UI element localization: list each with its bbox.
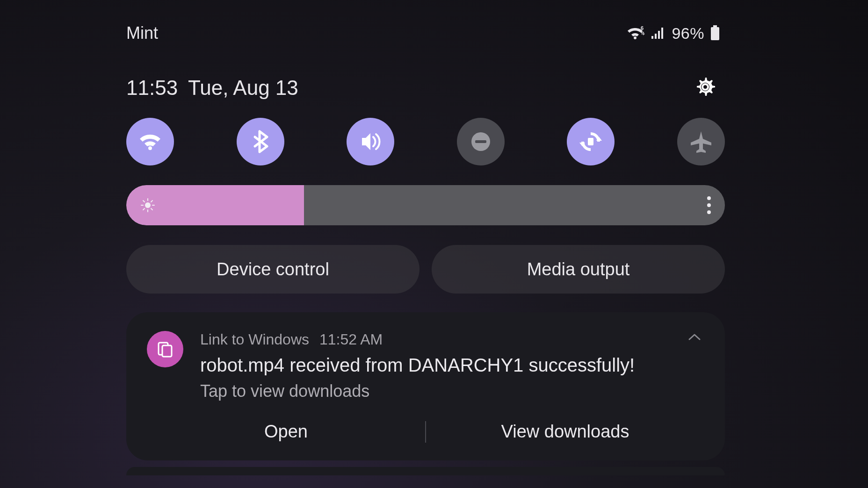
wifi-icon (136, 128, 164, 156)
svg-line-20 (151, 201, 152, 202)
svg-line-18 (151, 208, 152, 210)
media-output-button[interactable]: Media output (432, 245, 725, 294)
gear-icon (694, 76, 716, 98)
wifi-status-icon: 6 (627, 26, 645, 40)
svg-rect-2 (651, 36, 653, 39)
do-not-disturb-icon (467, 128, 495, 156)
signal-status-icon (651, 27, 666, 40)
sun-icon (140, 198, 155, 213)
quick-settings-row (126, 118, 725, 165)
airplane-toggle[interactable] (677, 118, 725, 165)
notification-body: Tap to view downloads (200, 381, 704, 401)
clock-date: Tue, Aug 13 (188, 76, 298, 100)
speaker-icon (356, 128, 384, 156)
svg-rect-4 (658, 31, 660, 39)
airplane-icon (687, 128, 715, 156)
notification-card[interactable]: Link to Windows 11:52 AM robot.mp4 recei… (126, 312, 725, 460)
battery-status-icon (710, 25, 720, 41)
wifi-toggle[interactable] (126, 118, 174, 165)
svg-line-17 (143, 201, 145, 202)
battery-percent: 96% (672, 24, 704, 43)
status-right: 6 96% (627, 24, 720, 43)
notification-actions: Open View downloads (147, 417, 704, 460)
notification-time: 11:52 AM (319, 331, 383, 348)
svg-rect-10 (475, 140, 486, 143)
dnd-toggle[interactable] (457, 118, 505, 165)
svg-text:6: 6 (641, 26, 644, 31)
notification-app-icon (147, 331, 183, 367)
next-notification-peek (126, 467, 725, 475)
svg-rect-7 (711, 27, 719, 40)
svg-line-19 (143, 208, 145, 210)
svg-rect-6 (713, 25, 717, 27)
chevron-up-icon (687, 333, 702, 342)
status-bar: Mint 6 96% (126, 23, 725, 43)
notification-collapse-button[interactable] (687, 333, 702, 344)
carrier-label: Mint (126, 23, 158, 43)
bluetooth-icon (246, 128, 275, 156)
settings-button[interactable] (694, 76, 716, 100)
brightness-sun-icon (140, 198, 155, 213)
link-to-windows-icon (156, 340, 174, 359)
svg-rect-22 (162, 345, 172, 357)
sound-toggle[interactable] (347, 118, 394, 165)
brightness-more-button[interactable] (707, 196, 711, 214)
notification-action-open[interactable]: Open (147, 417, 425, 446)
brightness-slider[interactable] (126, 185, 725, 225)
clock-time: 11:53 (126, 76, 178, 100)
auto-rotate-toggle[interactable] (567, 118, 615, 165)
device-control-button[interactable]: Device control (126, 245, 420, 294)
svg-point-0 (634, 36, 637, 39)
notification-title: robot.mp4 received from DANARCHY1 succes… (200, 355, 704, 376)
svg-rect-5 (661, 28, 663, 39)
auto-rotate-icon (577, 128, 605, 156)
svg-rect-3 (655, 34, 657, 39)
time-date-row: 11:53 Tue, Aug 13 (126, 76, 725, 100)
svg-point-8 (148, 146, 152, 150)
bluetooth-toggle[interactable] (237, 118, 284, 165)
notification-app-name: Link to Windows (200, 331, 309, 348)
control-pills-row: Device control Media output (126, 245, 725, 294)
svg-rect-11 (588, 138, 593, 145)
svg-point-12 (145, 202, 151, 208)
notification-action-view-downloads[interactable]: View downloads (426, 417, 704, 446)
